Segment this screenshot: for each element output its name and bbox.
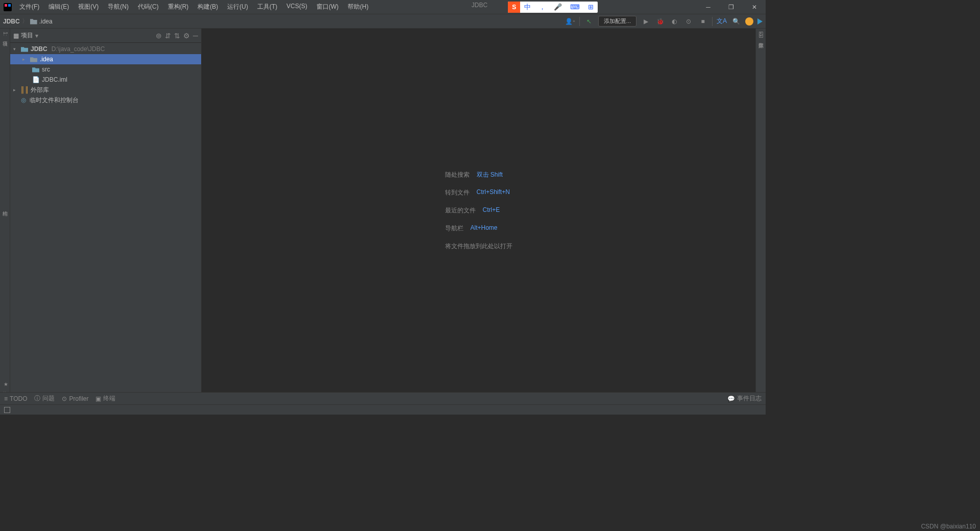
title-bar: 文件(F) 编辑(E) 视图(V) 导航(N) 代码(C) 重构(R) 构建(B… [0, 0, 766, 14]
add-user-icon[interactable]: 👤+ [565, 16, 575, 27]
chevron-right-icon[interactable]: ▸ [22, 57, 28, 62]
status-profiler[interactable]: ⊙ Profiler [62, 395, 88, 402]
hint-nav-bar: 导航栏Alt+Home [445, 224, 512, 233]
menu-file[interactable]: 文件(F) [15, 1, 43, 13]
mic-icon[interactable]: 🎤 [550, 3, 566, 11]
tree-idea-folder[interactable]: ▸ .idea [10, 54, 201, 64]
project-sidebar: ▦ 项目 ▾ ⊚ ⇵ ⇅ ⚙ ─ ▾ JDBC D:\java_code\JDB… [10, 29, 202, 392]
translate-icon[interactable]: 文A [717, 16, 727, 27]
ime-punct[interactable]: ， [535, 3, 550, 12]
menu-help[interactable]: 帮助(H) [344, 1, 373, 13]
search-icon[interactable]: 🔍 [731, 16, 741, 27]
sidebar-title[interactable]: ▦ 项目 ▾ [13, 31, 38, 40]
app-icon [3, 3, 12, 12]
file-icon: 📄 [32, 76, 40, 83]
run-icon[interactable]: ▶ [641, 16, 651, 27]
scratch-icon: ◎ [19, 96, 28, 104]
ime-toolbar[interactable]: S 中 ， 🎤 ⌨ ⊞ [508, 2, 598, 13]
gear-icon[interactable]: ⚙ [183, 32, 190, 40]
sidebar-title-label: 项目 [21, 31, 33, 40]
tree-iml-file[interactable]: 📄 JDBC.iml [10, 75, 201, 85]
hint-label: 将文件拖放到此处以打开 [445, 242, 512, 251]
status-bar: ≡ TODO ⓘ 问题 ⊙ Profiler ▣ 终端 💬 事件日志 [0, 392, 766, 404]
tree-scratches[interactable]: ◎ 临时文件和控制台 [10, 95, 201, 105]
chevron-down-icon[interactable]: ▾ [13, 46, 18, 52]
navigation-toolbar: JDBC 〉 .idea 👤+ ↖ 添加配置... ▶ 🐞 ◐ ⊙ ■ 文A 🔍 [0, 14, 766, 29]
ime-logo-icon[interactable]: S [508, 2, 520, 13]
keyboard-icon[interactable]: ⌨ [566, 3, 584, 11]
main-area: 1: 项目 结构 ★收藏夹 ▦ 项目 ▾ ⊚ ⇵ ⇅ ⚙ ─ ▾ JDBC [0, 29, 766, 392]
hint-drop-files: 将文件拖放到此处以打开 [445, 242, 512, 251]
status-event-log[interactable]: 💬 事件日志 [727, 394, 762, 403]
breadcrumb-root[interactable]: JDBC [3, 18, 20, 25]
hint-shortcut: Alt+Home [471, 224, 498, 233]
editor-empty-state: 随处搜索双击 Shift 转到文件Ctrl+Shift+N 最近的文件Ctrl+… [202, 29, 755, 392]
menu-navigate[interactable]: 导航(N) [104, 1, 133, 13]
target-icon[interactable]: ⊚ [156, 32, 162, 40]
stop-icon[interactable]: ■ [698, 16, 708, 27]
window-title: JDBC S 中 ， 🎤 ⌨ ⊞ [373, 2, 697, 13]
chevron-right-icon: 〉 [22, 17, 28, 26]
sidebar-actions: ⊚ ⇵ ⇅ ⚙ ─ [156, 32, 198, 40]
tool-windows-icon[interactable] [4, 407, 10, 413]
breadcrumb-child[interactable]: .idea [39, 18, 53, 25]
run-config-selector[interactable]: 添加配置... [598, 16, 636, 27]
project-icon: ▦ [13, 32, 19, 39]
grid-icon[interactable]: ⊞ [584, 3, 598, 11]
hide-icon[interactable]: ─ [193, 32, 198, 40]
favorites-tool-button[interactable]: ★收藏夹 [1, 381, 9, 387]
menu-refactor[interactable]: 重构(R) [164, 1, 193, 13]
status-problems[interactable]: ⓘ 问题 [34, 394, 55, 403]
status-label: 终端 [103, 394, 115, 403]
menu-window[interactable]: 窗口(W) [312, 1, 342, 13]
tree-src-folder[interactable]: src [10, 64, 201, 75]
menu-edit[interactable]: 编辑(E) [44, 1, 73, 13]
project-tool-button[interactable]: 1: 项目 [2, 32, 9, 37]
hint-shortcut: Ctrl+Shift+N [477, 188, 510, 197]
status-terminal[interactable]: ▣ 终端 [95, 394, 115, 403]
expand-all-icon[interactable]: ⇵ [165, 32, 171, 40]
status-label: TODO [10, 395, 27, 402]
database-icon[interactable]: 🗄 [758, 32, 764, 39]
sidebar-header: ▦ 项目 ▾ ⊚ ⇵ ⇅ ⚙ ─ [10, 29, 201, 43]
hint-search-everywhere: 随处搜索双击 Shift [445, 171, 512, 179]
menu-vcs[interactable]: VCS(S) [282, 1, 311, 13]
tree-label: JDBC [31, 45, 47, 53]
ime-lang[interactable]: 中 [520, 3, 535, 12]
breadcrumb: JDBC 〉 .idea [3, 17, 53, 26]
menu-view[interactable]: 视图(V) [74, 1, 103, 13]
status-todo[interactable]: ≡ TODO [4, 395, 27, 402]
profiler-icon[interactable]: ⊙ [683, 16, 694, 27]
separator [712, 17, 713, 26]
menu-build[interactable]: 构建(B) [193, 1, 222, 13]
tree-label: 临时文件和控制台 [30, 96, 79, 105]
tree-label: JDBC.iml [42, 76, 67, 83]
folder-icon [32, 67, 40, 73]
menu-tools[interactable]: 工具(T) [253, 1, 281, 13]
collapse-all-icon[interactable]: ⇅ [174, 32, 180, 40]
hint-goto-file: 转到文件Ctrl+Shift+N [445, 188, 512, 197]
folder-icon [30, 57, 38, 62]
welcome-panel: 随处搜索双击 Shift 转到文件Ctrl+Shift+N 最近的文件Ctrl+… [445, 171, 512, 251]
hint-shortcut: 双击 Shift [477, 171, 503, 179]
toolbox-icon[interactable] [757, 18, 763, 25]
menu-code[interactable]: 代码(C) [134, 1, 163, 13]
menu-run[interactable]: 运行(U) [223, 1, 252, 13]
chevron-right-icon[interactable]: ▸ [13, 87, 18, 92]
svg-rect-1 [5, 4, 7, 7]
debug-icon[interactable]: 🐞 [655, 16, 665, 27]
tree-project-root[interactable]: ▾ JDBC D:\java_code\JDBC [10, 44, 201, 54]
tree-path: D:\java_code\JDBC [52, 45, 105, 53]
minimize-button[interactable]: ─ [697, 0, 720, 14]
hint-label: 转到文件 [445, 188, 470, 197]
hammer-icon[interactable]: ↖ [584, 16, 594, 27]
maximize-button[interactable]: ❐ [720, 0, 743, 14]
close-button[interactable]: ✕ [743, 0, 766, 14]
chevron-down-icon[interactable]: ▾ [35, 32, 38, 39]
tree-external-libs[interactable]: ▸ ║║ 外部库 [10, 85, 201, 95]
project-tree: ▾ JDBC D:\java_code\JDBC ▸ .idea src 📄 J… [10, 43, 201, 392]
update-indicator-icon[interactable] [745, 17, 753, 26]
left-tool-stripe: 1: 项目 结构 ★收藏夹 [0, 29, 10, 392]
right-tool-stripe: 🗄 数据库 [755, 29, 766, 392]
coverage-icon[interactable]: ◐ [669, 16, 679, 27]
